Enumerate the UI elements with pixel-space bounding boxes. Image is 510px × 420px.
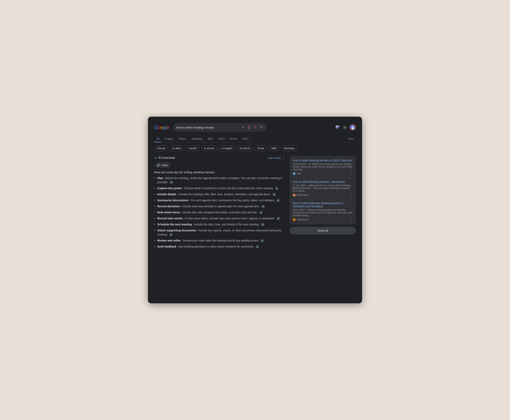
citation-link-icon[interactable]: 🔗 bbox=[169, 233, 173, 236]
list-item: Plan : Before the meeting, review the ag… bbox=[154, 176, 286, 184]
tab-web[interactable]: Web bbox=[206, 136, 216, 142]
result-item-1: How to Write Meeting Minutes in 2024 | S… bbox=[293, 159, 353, 178]
logo-letter-e: e bbox=[167, 124, 169, 130]
result-date-3: 6 Apr 2023 — What Are Meeting Minutes? M… bbox=[293, 209, 353, 217]
tip-bold: Record decisions bbox=[157, 205, 180, 208]
result-menu-icon-1[interactable]: ⋮ bbox=[350, 172, 353, 175]
result-title-1[interactable]: How to Write Meeting Minutes in 2024 | S… bbox=[293, 159, 353, 162]
favicon-wildapricot: W bbox=[293, 218, 295, 221]
citation-link-icon[interactable]: 🔗 bbox=[272, 193, 276, 196]
chip-in-english[interactable]: In english bbox=[219, 145, 235, 151]
tip-text: : Choose what's important to record and … bbox=[183, 187, 273, 190]
voice-search-button[interactable] bbox=[247, 125, 251, 130]
ai-overview-title: ✦ AI Overview bbox=[154, 156, 175, 160]
logo-letter-g: G bbox=[154, 124, 158, 130]
citation-link-icon[interactable]: 🔗 bbox=[170, 181, 173, 184]
citation-link-icon[interactable]: 🔗 bbox=[276, 199, 280, 202]
tip-bold: Record vote counts bbox=[157, 217, 183, 220]
logo-letter-o1: o bbox=[158, 124, 160, 130]
tab-all[interactable]: All bbox=[154, 136, 162, 142]
list-item: Seek feedback : Ask meeting attendees or… bbox=[154, 245, 286, 249]
citation-link-icon[interactable]: 🔗 bbox=[255, 245, 259, 248]
result-menu-icon-2[interactable]: ⋮ bbox=[350, 193, 353, 197]
list-item: Review and refine : Review your notes af… bbox=[154, 239, 286, 243]
citation-link-icon[interactable]: 🔗 bbox=[262, 205, 265, 208]
source-name-3: WildApricot bbox=[297, 218, 309, 221]
source-info-2: M Mentimeter bbox=[293, 194, 308, 196]
ai-overview-panel: ✦ AI Overview Learn more ⋮ 🔊 Listen Here… bbox=[154, 156, 286, 251]
learn-more-link[interactable]: Learn more bbox=[268, 157, 281, 159]
apps-grid-icon[interactable]: ⊞ bbox=[343, 125, 347, 130]
chip-format[interactable]: Format bbox=[154, 145, 168, 151]
search-input[interactable] bbox=[176, 126, 240, 129]
svg-line-6 bbox=[262, 127, 263, 128]
show-all-button[interactable]: Show all bbox=[290, 227, 356, 234]
header-right: ⚗️ ⊞ bbox=[335, 124, 356, 130]
tip-bold: Note action items bbox=[157, 211, 180, 214]
tab-news[interactable]: News bbox=[216, 136, 227, 142]
svg-point-5 bbox=[260, 126, 262, 128]
listen-label: Listen bbox=[161, 164, 168, 167]
tip-text: : Include the date, time, and details of… bbox=[193, 223, 259, 226]
tip-text: : Include what was decided or agreed upo… bbox=[181, 205, 260, 208]
tab-more[interactable]: More ⋮ bbox=[240, 136, 254, 142]
chip-staff[interactable]: Staff bbox=[268, 145, 279, 151]
clear-search-button[interactable]: ✕ bbox=[242, 125, 245, 130]
tab-shopping[interactable]: Shopping bbox=[189, 136, 205, 142]
citation-link-icon[interactable]: 🔗 bbox=[275, 187, 278, 190]
labs-icon: ⚗️ bbox=[335, 125, 340, 130]
source-info-1: S Slite bbox=[293, 172, 301, 175]
chip-email[interactable]: Email bbox=[255, 145, 267, 151]
list-item: Note action items : Include who was assi… bbox=[154, 210, 286, 214]
tab-books[interactable]: Books bbox=[228, 136, 240, 142]
result-menu-icon-3[interactable]: ⋮ bbox=[350, 218, 353, 221]
browser-window: Google ✕ bbox=[148, 117, 362, 303]
citation-link-icon[interactable]: 🔗 bbox=[277, 217, 280, 220]
tip-text: : Before the meeting, review the agenda … bbox=[157, 177, 282, 184]
search-results-panel: How to Write Meeting Minutes in 2024 | S… bbox=[290, 156, 356, 251]
chip-in-school[interactable]: In school bbox=[201, 145, 217, 151]
ai-overview-menu-icon[interactable]: ⋮ bbox=[282, 156, 286, 160]
favicon-slite: S bbox=[293, 172, 295, 175]
mic-icon bbox=[247, 125, 251, 129]
result-title-2[interactable]: How to Write Meeting Minutes - Mentimete… bbox=[293, 180, 353, 183]
chip-secretary[interactable]: Secretary bbox=[281, 145, 298, 151]
source-name-2: Mentimeter bbox=[297, 194, 308, 196]
tip-bold: Review and refine bbox=[157, 239, 180, 242]
tip-bold: Schedule the next meeting bbox=[157, 223, 192, 226]
chip-formal[interactable]: Formal bbox=[186, 145, 199, 151]
chip-in-office[interactable]: In office bbox=[170, 145, 184, 151]
lens-icon bbox=[254, 125, 257, 129]
tip-bold: Attach supporting documents bbox=[157, 229, 196, 232]
chip-in-church[interactable]: In church bbox=[237, 145, 253, 151]
citation-link-icon[interactable]: 🔗 bbox=[261, 223, 264, 226]
filter-chips: Format In office Formal In school In eng… bbox=[154, 145, 356, 151]
svg-point-9 bbox=[352, 128, 354, 129]
tip-text: : Include who was assigned what tasks, a… bbox=[181, 211, 258, 214]
search-submit-button[interactable] bbox=[259, 125, 263, 130]
result-date-1: 18 Jun 2024 — 8. Revise your notes and f… bbox=[293, 163, 353, 171]
lens-search-button[interactable] bbox=[253, 125, 257, 130]
ai-overview-header: ✦ AI Overview Learn more ⋮ bbox=[154, 156, 286, 160]
svg-point-8 bbox=[352, 126, 353, 127]
tip-bold: Plan bbox=[157, 177, 163, 180]
tab-videos[interactable]: Videos bbox=[176, 136, 189, 142]
header: Google ✕ bbox=[154, 123, 356, 132]
result-title-3[interactable]: How To Write Effective Meeting Minutes (… bbox=[293, 202, 353, 208]
source-name-1: Slite bbox=[297, 172, 301, 175]
search-result-card: How to Write Meeting Minutes in 2024 | S… bbox=[290, 156, 356, 224]
speaker-icon: 🔊 bbox=[157, 164, 160, 167]
result-source-2: M Mentimeter ⋮ bbox=[293, 193, 353, 197]
tab-tools[interactable]: Tools bbox=[345, 136, 356, 142]
citation-link-icon[interactable]: 🔗 bbox=[261, 239, 264, 242]
user-avatar[interactable] bbox=[350, 124, 356, 130]
citation-link-icon[interactable]: 🔗 bbox=[259, 211, 263, 214]
source-info-3: W WildApricot bbox=[293, 218, 309, 221]
result-item-2: How to Write Meeting Minutes - Mentimete… bbox=[293, 178, 353, 199]
tab-images[interactable]: Images bbox=[162, 136, 175, 142]
svg-line-4 bbox=[256, 128, 256, 128]
tip-text: : Review your notes after the meeting an… bbox=[181, 239, 259, 242]
listen-button[interactable]: 🔊 Listen bbox=[154, 162, 171, 168]
google-logo: Google bbox=[154, 124, 169, 130]
search-icon bbox=[260, 125, 263, 129]
